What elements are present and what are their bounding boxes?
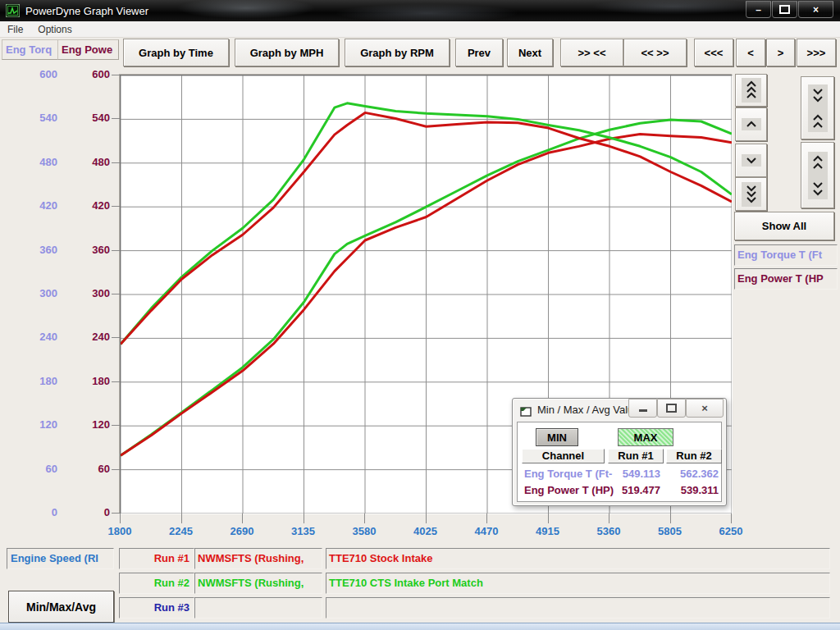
- minimize-icon: [639, 409, 647, 412]
- popup-close-button[interactable]: ×: [686, 399, 724, 418]
- channel-tab-eng-torque[interactable]: Eng Torq: [2, 39, 59, 60]
- channel-label-eng-torque[interactable]: Eng Torque T (Ft: [734, 244, 838, 266]
- x-axis-label: 6250: [706, 525, 756, 537]
- min-toggle-button[interactable]: MIN: [536, 428, 578, 446]
- popup-restore-button[interactable]: [657, 399, 686, 418]
- run3-label[interactable]: Run #3: [119, 597, 194, 619]
- compress-scale-button[interactable]: [801, 76, 834, 139]
- run1-label[interactable]: Run #1: [119, 548, 194, 569]
- run1-description: TTE710 Stock Intake: [326, 548, 830, 569]
- channel-label-eng-power[interactable]: Eng Power T (HP: [734, 268, 838, 290]
- scale-up-fast-button[interactable]: [735, 74, 767, 107]
- triple-chevron-down-icon: [742, 182, 761, 207]
- x-axis-tick: [486, 514, 487, 523]
- x-axis-label: 2690: [217, 525, 267, 537]
- window-controls: – ×: [745, 1, 833, 18]
- scale-down-fast-button[interactable]: [735, 177, 767, 211]
- chevron-up-icon: [742, 118, 761, 130]
- y-axis-torque-label: 180: [7, 375, 57, 388]
- y-axis-torque-label: 540: [7, 112, 57, 125]
- y-axis-power-label: 600: [61, 68, 110, 81]
- close-icon: ×: [701, 402, 708, 414]
- y-axis-tick: [112, 162, 120, 163]
- x-axis-label: 2245: [157, 525, 206, 537]
- popup-column-run2: Run #2: [666, 449, 722, 463]
- run2-label[interactable]: Run #2: [119, 573, 194, 594]
- scroll-left-button[interactable]: <: [736, 39, 765, 66]
- menu-file[interactable]: File: [0, 24, 30, 35]
- y-axis-power-label: 480: [61, 156, 110, 169]
- maximize-button[interactable]: [772, 1, 797, 18]
- y-axis-torque-label: 0: [7, 506, 57, 519]
- y-axis-tick: [112, 337, 120, 338]
- graph-by-mph-button[interactable]: Graph by MPH: [235, 39, 339, 66]
- graph-by-rpm-button[interactable]: Graph by RPM: [345, 39, 450, 66]
- y-axis-power-label: 300: [61, 287, 110, 300]
- x-axis-label: 4470: [462, 525, 511, 537]
- x-axis-tick: [364, 514, 365, 523]
- chevron-down-icon: [742, 154, 761, 167]
- popup-power-run1-max: 519.477: [608, 484, 660, 497]
- show-all-button[interactable]: Show All: [734, 212, 834, 240]
- expand-scale-button[interactable]: [801, 142, 834, 208]
- popup-column-channel: Channel: [522, 449, 605, 463]
- max-toggle-button[interactable]: MAX: [618, 428, 673, 446]
- minmax-popup-window: Min / Max / Avg Valu... × MIN MAX Channe…: [512, 398, 727, 506]
- x-channel-label: Engine Speed (RI: [7, 548, 114, 569]
- x-axis-tick: [731, 514, 732, 523]
- x-axis-label: 4915: [523, 525, 573, 537]
- y-axis-power-label: 540: [61, 112, 110, 125]
- y-axis-torque-label: 360: [7, 244, 57, 257]
- popup-minimize-button[interactable]: [628, 399, 657, 418]
- popup-title-bar[interactable]: Min / Max / Avg Valu... ×: [513, 399, 726, 421]
- run2-file: NWMSFTS (Rushing,: [194, 573, 322, 594]
- close-icon: ×: [813, 4, 819, 16]
- popup-column-run1: Run #1: [608, 449, 664, 463]
- zoom-out-range-button[interactable]: << >>: [623, 39, 687, 66]
- x-axis-label: 4025: [401, 525, 450, 537]
- prev-button[interactable]: Prev: [455, 39, 503, 66]
- menu-bar: File Options: [0, 21, 840, 38]
- y-axis-tick: [112, 469, 120, 470]
- x-axis-tick: [426, 514, 427, 523]
- scroll-right-button[interactable]: >: [766, 39, 795, 66]
- x-axis-tick: [609, 514, 609, 523]
- window-title: PowerDyne Graph Viewer: [25, 5, 148, 17]
- popup-body: MIN MAX Channel Run #1 Run #2 Eng Torque…: [517, 422, 722, 502]
- menu-options[interactable]: Options: [30, 24, 79, 35]
- next-button[interactable]: Next: [507, 39, 553, 66]
- scroll-far-left-button[interactable]: <<<: [694, 39, 733, 66]
- y-axis-torque-label: 120: [7, 418, 57, 431]
- y-axis-torque-label: 60: [7, 463, 57, 476]
- x-axis-label: 1800: [95, 525, 144, 537]
- popup-window-controls: ×: [628, 399, 724, 418]
- y-axis-tick: [112, 513, 120, 514]
- popup-window-icon: [520, 405, 532, 415]
- scale-down-button[interactable]: [735, 144, 767, 177]
- y-axis-power-label: 420: [61, 199, 110, 212]
- close-button[interactable]: ×: [798, 1, 833, 18]
- y-axis-torque-label: 420: [7, 199, 57, 212]
- popup-title: Min / Max / Avg Valu...: [537, 404, 640, 416]
- scale-up-button[interactable]: [735, 107, 767, 141]
- popup-torque-run2-max: 562.362: [666, 468, 719, 481]
- min-max-avg-button[interactable]: Min/Max/Avg: [8, 591, 114, 623]
- y-axis-tick: [112, 118, 120, 119]
- run1-file: NWMSFTS (Rushing,: [194, 548, 322, 569]
- x-axis-label: 3135: [279, 525, 328, 537]
- graph-by-time-button[interactable]: Graph by Time: [123, 39, 229, 66]
- minimize-button[interactable]: –: [746, 1, 771, 18]
- zoom-in-range-button[interactable]: >> <<: [560, 39, 623, 66]
- y-axis-torque-label: 240: [7, 331, 57, 344]
- x-axis-tick: [304, 514, 304, 523]
- y-axis-power-label: 240: [61, 331, 110, 344]
- x-axis-tick: [120, 514, 121, 523]
- channel-tab-eng-power[interactable]: Eng Powe: [57, 39, 119, 60]
- y-axis-tick: [112, 381, 120, 382]
- chevrons-inward-icon: [808, 84, 828, 132]
- y-axis-tick: [112, 425, 120, 426]
- scroll-far-right-button[interactable]: >>>: [797, 39, 836, 66]
- y-axis-tick: [112, 250, 120, 251]
- y-axis-torque-label: 600: [7, 68, 57, 81]
- y-axis-tick: [112, 206, 120, 207]
